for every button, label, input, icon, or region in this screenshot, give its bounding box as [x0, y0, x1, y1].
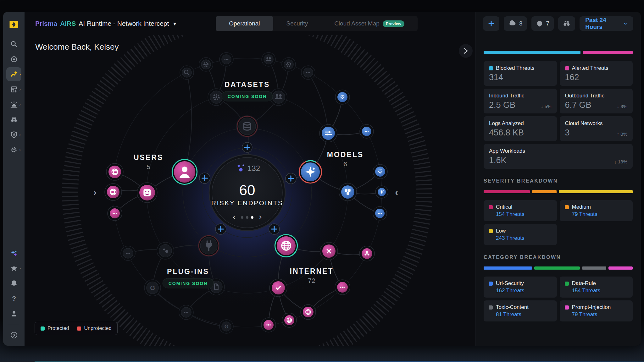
node-users-main[interactable] — [172, 159, 197, 185]
severity-threat-link[interactable]: 243 Threats — [496, 235, 552, 241]
category-threat-link[interactable]: 81 Threats — [496, 311, 552, 318]
summary-segment-alerted — [583, 51, 633, 54]
node-plugins-g[interactable]: G — [144, 280, 161, 296]
preview-badge: Preview — [383, 20, 404, 27]
legend-item-unprotected: Unprotected — [77, 326, 111, 331]
time-range-select[interactable]: Past 24 Hours — [580, 16, 633, 31]
node-internet-globe1[interactable] — [301, 304, 316, 320]
severity-threat-link[interactable]: 79 Threats — [572, 211, 628, 217]
stat-card-cloud-networks[interactable]: Cloud Networks3↑ 0% — [560, 116, 633, 141]
severity-threat-link[interactable]: 154 Threats — [496, 211, 552, 217]
sidebar-item-search[interactable] — [6, 37, 21, 51]
carousel-dot[interactable] — [246, 216, 248, 219]
node-users-dots[interactable] — [108, 206, 122, 221]
sidebar-item-security-tools[interactable]: › — [6, 128, 21, 141]
sidebar-item-insights[interactable]: › — [6, 67, 21, 81]
node-plugins-g2[interactable]: G — [219, 320, 233, 333]
node-dim-n2[interactable] — [199, 58, 213, 71]
node-plus-left[interactable] — [199, 173, 210, 184]
sidebar-item-expand-sidebar[interactable] — [6, 328, 21, 342]
graph-next-arrow[interactable]: ‹ — [395, 187, 398, 197]
node-internet-globe2[interactable] — [282, 313, 297, 327]
sidebar-item-alerts[interactable]: › — [6, 97, 21, 111]
protections-button[interactable]: 7 — [531, 16, 554, 31]
stat-card-alerted-threats[interactable]: Alerted Threats162 — [560, 61, 633, 86]
node-internet-main[interactable] — [275, 234, 298, 257]
carousel-prev-icon[interactable]: ‹ — [232, 213, 236, 222]
node-internet-bio[interactable] — [359, 246, 375, 261]
add-button[interactable] — [483, 16, 499, 31]
node-plugins-plug[interactable] — [198, 235, 219, 256]
stat-card-inbound-traffic[interactable]: Inbound Traffic2.5 GB↓ 5% — [484, 89, 557, 113]
tab-operational[interactable]: Operational — [216, 16, 273, 31]
monitor-button[interactable] — [558, 16, 575, 31]
sidebar-item-favorites[interactable]: › — [6, 261, 21, 275]
node-models-sliders[interactable] — [319, 124, 337, 142]
node-datasets-db[interactable] — [236, 116, 258, 137]
category-name: Toxic-Content — [496, 304, 529, 310]
carousel-next-icon[interactable]: › — [259, 213, 262, 222]
node-dim-n4[interactable] — [262, 52, 275, 66]
node-dim-n1[interactable] — [180, 66, 194, 80]
node-models-book[interactable] — [373, 164, 387, 179]
sidebar-item-help[interactable]: ? — [6, 291, 21, 305]
category-threat-link[interactable]: 79 Threats — [572, 311, 628, 318]
tab-cloud-asset-map[interactable]: Cloud Asset MapPreview — [321, 16, 418, 31]
node-plus-bl[interactable] — [215, 224, 226, 234]
carousel-dot[interactable] — [251, 216, 253, 219]
legend-swatch — [77, 326, 81, 331]
node-internet-dots-b[interactable] — [261, 318, 276, 332]
app-title[interactable]: Prisma AIRS AI Runtime - Network Interce… — [35, 20, 177, 27]
carousel-dot[interactable] — [241, 216, 243, 219]
node-dim-n3[interactable] — [219, 52, 233, 66]
stat-card-logs-analyzed[interactable]: Logs Analyzed456.8 KB — [484, 116, 557, 141]
node-models-dots-bot[interactable] — [373, 206, 387, 220]
node-models-sparkle2[interactable] — [375, 186, 388, 198]
threat-summary-bar — [484, 51, 633, 54]
chevron-down-icon[interactable]: ▼ — [172, 21, 177, 26]
node-plus-top[interactable] — [242, 142, 252, 152]
node-internet-x[interactable] — [320, 242, 338, 260]
node-internet-check[interactable] — [269, 279, 287, 297]
tab-security[interactable]: Security — [273, 16, 321, 31]
node-plus-br[interactable] — [269, 224, 280, 234]
category-threat-link[interactable]: 162 Threats — [496, 288, 552, 294]
stat-value: 6.7 GB — [565, 100, 591, 110]
node-models-main[interactable] — [299, 160, 322, 184]
node-models-dots-top[interactable] — [360, 124, 374, 138]
dots3-icon — [225, 59, 229, 60]
stat-card-app-workloads[interactable]: App Workloads1.6K↓ 13% — [484, 144, 633, 169]
sidebar-item-workspace[interactable]: › — [6, 82, 21, 96]
category-threat-link[interactable]: 154 Threats — [572, 288, 628, 294]
node-dim-n6[interactable] — [301, 66, 315, 80]
category-segment-prompt-injection — [608, 266, 633, 270]
node-dim-n5[interactable] — [282, 58, 296, 71]
sidebar-item-monitor[interactable] — [6, 112, 21, 126]
center-node[interactable]: 13260RISKY ENDPOINTS‹› — [209, 155, 285, 231]
dots3-icon — [365, 131, 369, 132]
stat-card-blocked-threats[interactable]: Blocked Threats314 — [484, 61, 557, 86]
graph-prev-arrow[interactable]: › — [93, 187, 97, 197]
stat-swatch — [489, 66, 493, 70]
node-plugins-ellipsis[interactable] — [121, 246, 135, 261]
node-models-boxes[interactable] — [339, 183, 357, 201]
node-users-globe1[interactable] — [106, 163, 123, 180]
node-plugins-dots-node[interactable] — [157, 242, 174, 259]
stat-card-outbound-traffic[interactable]: Outbound Traffic6.7 GB↓ 3% — [560, 89, 633, 113]
node-internet-dots-r[interactable] — [335, 280, 350, 295]
sidebar-item-copilot[interactable] — [6, 246, 21, 260]
stat-label-row: Logs Analyzed — [489, 120, 552, 127]
sidebar-item-settings[interactable]: › — [6, 143, 21, 156]
cloud-networks-button[interactable]: 3 — [504, 16, 527, 31]
sidebar-item-profile[interactable] — [6, 306, 21, 320]
chevron-right-icon: › — [19, 266, 21, 271]
sidebar-item-discover[interactable] — [6, 52, 21, 66]
node-users-smiley[interactable] — [137, 183, 157, 203]
node-plus-right[interactable] — [286, 173, 296, 184]
node-models-ingest[interactable] — [335, 90, 350, 104]
node-users-globe2[interactable] — [105, 184, 122, 200]
collapse-panel-button[interactable] — [459, 44, 473, 58]
stat-label: Inbound Traffic — [489, 93, 524, 99]
sidebar-item-notifications[interactable] — [6, 276, 21, 290]
node-plugins-dots2[interactable] — [179, 305, 193, 320]
